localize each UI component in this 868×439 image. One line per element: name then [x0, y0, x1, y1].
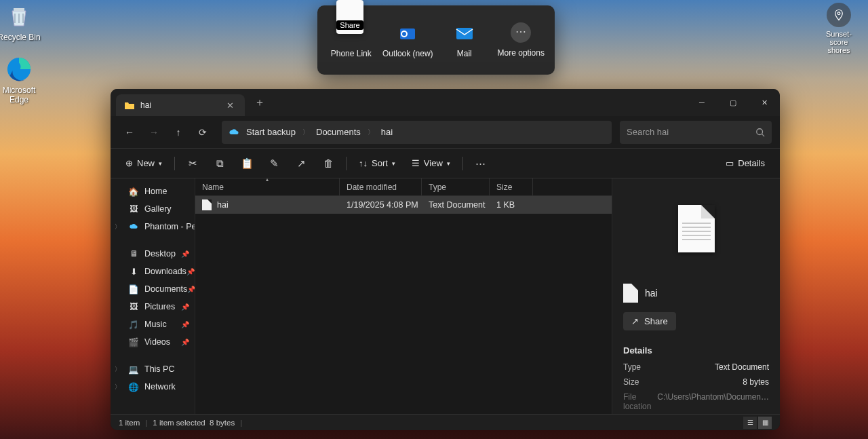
toolbar: ⊕ New ▾ ✂ ⧉ 📋 ✎ ↗ 🗑 ↑↓ Sort ▾ ☰ View ▾ ⋯… — [111, 149, 780, 178]
details-share-button[interactable]: ↗ Share — [623, 312, 676, 330]
details-filename: hai — [645, 288, 658, 299]
desktop-icon-recycle-bin[interactable]: Recycle Bin — [0, 1, 43, 42]
view-button[interactable]: ☰ View ▾ — [405, 153, 457, 174]
chevron-down-icon: ▾ — [447, 160, 450, 167]
column-size[interactable]: Size — [490, 178, 533, 195]
status-bar: 1 item | 1 item selected 8 bytes | ☰ ▦ — [111, 414, 780, 430]
pin-icon: 📌 — [186, 268, 195, 275]
file-row[interactable]: hai 1/19/2025 4:08 PM Text Document 1 KB — [195, 196, 612, 214]
sidebar-item-music[interactable]: 🎵Music📌 — [111, 316, 195, 333]
file-explorer-window: hai ✕ ＋ ─ ▢ ✕ ← → ↑ ⟳ Start backup 〉 Doc… — [111, 89, 780, 430]
pin-icon: 📌 — [181, 303, 189, 311]
desktop-icon: 🖥 — [128, 248, 139, 259]
column-headers: ▴Name Date modified Type Size — [195, 178, 612, 196]
desktop-icon-edge[interactable]: Microsoft Edge — [0, 54, 43, 104]
sidebar-item-pictures[interactable]: 🖼Pictures📌 — [111, 298, 195, 316]
view-list-button[interactable]: ☰ — [743, 417, 757, 429]
text-file-icon — [678, 205, 715, 252]
new-tab-button[interactable]: ＋ — [245, 96, 275, 110]
pin-icon: 📌 — [187, 286, 195, 293]
status-item-count: 1 item — [119, 419, 140, 427]
text-file-icon — [202, 199, 212, 210]
plus-circle-icon: ⊕ — [125, 158, 133, 168]
column-date[interactable]: Date modified — [340, 178, 422, 195]
details-pane: hai ↗ Share Details TypeText Document Si… — [612, 178, 780, 414]
delete-button[interactable]: 🗑 — [316, 153, 340, 174]
titlebar[interactable]: hai ✕ ＋ ─ ▢ ✕ — [111, 89, 780, 116]
up-button[interactable]: ↑ — [167, 121, 189, 143]
share-button[interactable]: ↗ — [289, 153, 313, 174]
view-detail-button[interactable]: ▦ — [758, 417, 772, 429]
details-header: Details — [612, 335, 780, 360]
details-toggle-button[interactable]: ▭ Details — [719, 153, 772, 174]
sidebar-item-downloads[interactable]: ⬇Downloads📌 — [111, 263, 195, 280]
details-prop-location: File locationC:\Users\Phantom\Documen… — [612, 389, 780, 414]
recycle-bin-icon — [4, 1, 34, 31]
expand-icon[interactable]: 〉 — [115, 383, 121, 392]
forward-button[interactable]: → — [143, 121, 165, 143]
new-button[interactable]: ⊕ New ▾ — [119, 153, 169, 174]
sidebar-item-documents[interactable]: 📄Documents📌 — [111, 280, 195, 298]
search-icon[interactable] — [755, 128, 765, 137]
sidebar-item-videos[interactable]: 🎬Videos📌 — [111, 333, 195, 351]
location-widget[interactable]: Sunset-score shores — [823, 0, 854, 54]
breadcrumb[interactable]: Start backup 〉 Documents 〉 hai — [222, 121, 612, 144]
file-list: ▴Name Date modified Type Size hai 1/19/2… — [195, 178, 612, 414]
sidebar-item-desktop[interactable]: 🖥Desktop📌 — [111, 245, 195, 263]
pin-icon: 📌 — [181, 321, 189, 328]
column-type[interactable]: Type — [422, 178, 490, 195]
sort-button[interactable]: ↑↓ Sort ▾ — [352, 153, 402, 174]
breadcrumb-documents[interactable]: Documents — [312, 124, 365, 140]
pin-icon: 📌 — [181, 339, 189, 346]
cloud-icon — [128, 221, 139, 232]
copy-button[interactable]: ⧉ — [208, 153, 232, 174]
sidebar-item-gallery[interactable]: 🖼Gallery — [111, 200, 195, 218]
tab-close-button[interactable]: ✕ — [224, 99, 237, 112]
svg-rect-0 — [14, 8, 24, 11]
edge-icon — [4, 54, 34, 84]
chevron-right-icon: 〉 — [368, 128, 374, 137]
folder-icon — [124, 100, 135, 111]
paste-button[interactable]: 📋 — [235, 153, 259, 174]
mail-icon — [453, 22, 476, 45]
chevron-down-icon: ▾ — [159, 160, 162, 167]
minimize-button[interactable]: ─ — [686, 89, 717, 116]
sidebar-item-home[interactable]: 🏠Home — [111, 183, 195, 200]
svg-line-8 — [762, 134, 765, 136]
network-icon: 🌐 — [128, 381, 139, 392]
close-button[interactable]: ✕ — [749, 89, 780, 116]
sidebar-item-phantom[interactable]: 〉Phantom - Perso — [111, 218, 195, 235]
rename-button[interactable]: ✎ — [262, 153, 286, 174]
tab-hai[interactable]: hai ✕ — [116, 94, 245, 116]
breadcrumb-hai[interactable]: hai — [377, 124, 397, 140]
cut-button[interactable]: ✂ — [180, 153, 205, 174]
svg-point-5 — [402, 32, 406, 36]
details-prop-type: TypeText Document — [612, 360, 780, 375]
view-icon: ☰ — [412, 158, 420, 168]
sidebar-item-network[interactable]: 〉🌐Network — [111, 378, 195, 396]
svg-point-2 — [837, 12, 840, 15]
videos-icon: 🎬 — [128, 337, 139, 347]
refresh-button[interactable]: ⟳ — [192, 121, 214, 143]
share-option-mail[interactable]: Mail — [438, 18, 491, 62]
drag-file-chip[interactable]: Share — [336, 0, 363, 34]
search-input[interactable] — [627, 127, 755, 137]
outlook-icon — [396, 22, 419, 45]
more-button[interactable]: ⋯ — [469, 153, 493, 174]
sidebar-item-this-pc[interactable]: 〉💻This PC — [111, 360, 195, 378]
back-button[interactable]: ← — [119, 121, 140, 143]
sidebar: 🏠Home 🖼Gallery 〉Phantom - Perso 🖥Desktop… — [111, 178, 195, 414]
expand-icon[interactable]: 〉 — [115, 365, 121, 374]
maximize-button[interactable]: ▢ — [717, 89, 749, 116]
column-name[interactable]: ▴Name — [195, 178, 340, 195]
sort-icon: ↑↓ — [359, 158, 368, 168]
breadcrumb-start-backup[interactable]: Start backup — [242, 124, 300, 140]
svg-rect-6 — [456, 28, 473, 39]
expand-icon[interactable]: 〉 — [115, 223, 121, 231]
share-option-more[interactable]: ⋯ More options — [494, 18, 547, 62]
share-option-outlook[interactable]: Outlook (new) — [381, 18, 434, 62]
status-selected: 1 item selected — [153, 419, 205, 427]
share-popup: Share Phone Link Outlook (new) Mail ⋯ Mo… — [317, 5, 555, 75]
search-box[interactable] — [620, 121, 772, 144]
documents-icon: 📄 — [128, 284, 139, 294]
